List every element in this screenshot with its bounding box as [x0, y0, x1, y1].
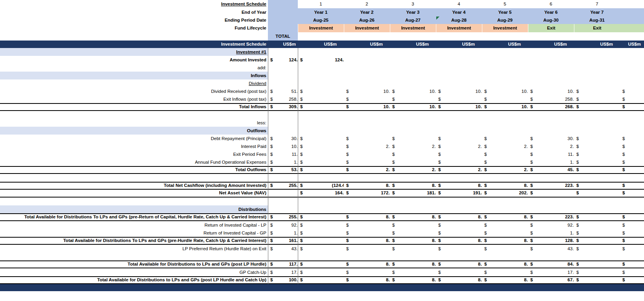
value-cell[interactable]: [528, 119, 574, 127]
value-cell[interactable]: [436, 198, 482, 205]
years-cell[interactable]: Year 1: [298, 8, 344, 16]
row-label-cell[interactable]: less:: [0, 119, 268, 127]
total-value-cell[interactable]: [268, 174, 298, 182]
value-cell[interactable]: [482, 127, 528, 135]
total-value-cell[interactable]: $17.0: [268, 268, 298, 276]
sheet-title[interactable]: Investment Schedule: [0, 0, 268, 8]
value-overflow-cell[interactable]: $-: [620, 167, 644, 173]
value-cell[interactable]: $-: [436, 150, 482, 158]
dates-cell[interactable]: Aug-30: [528, 16, 574, 24]
value-cell[interactable]: $8.2: [482, 238, 528, 244]
value-cell[interactable]: [574, 127, 620, 135]
value-cell[interactable]: [436, 253, 482, 260]
value-cell[interactable]: $10.3: [436, 104, 482, 110]
value-cell[interactable]: [528, 64, 574, 72]
unit-header-cell[interactable]: US$m: [390, 41, 436, 48]
value-cell[interactable]: $8.2: [482, 183, 528, 189]
years-cell[interactable]: Year 2: [344, 8, 390, 16]
total-value-cell[interactable]: $51.6: [268, 87, 298, 95]
total-value-cell[interactable]: [268, 111, 298, 119]
value-cell[interactable]: $268.4: [528, 104, 574, 110]
value-cell[interactable]: $-: [574, 277, 620, 283]
row-label-cell[interactable]: Total Available for Distributions To LPs…: [0, 238, 268, 244]
row-label-cell[interactable]: [0, 174, 268, 182]
row-label-cell[interactable]: Return of Invested Capital - GP: [0, 229, 268, 237]
total-value-cell[interactable]: $117.7: [268, 261, 298, 268]
total-value-cell[interactable]: $161.2: [268, 238, 298, 244]
value-cell[interactable]: [390, 119, 436, 127]
value-cell[interactable]: [528, 198, 574, 205]
end-of-year-label[interactable]: End of Year: [0, 8, 268, 16]
value-cell[interactable]: $-: [574, 150, 620, 158]
dates-cell[interactable]: Aug-28: [436, 16, 482, 24]
lifecycle-cell[interactable]: Investment: [436, 24, 482, 32]
value-cell[interactable]: $8.2: [344, 214, 390, 220]
value-overflow-cell[interactable]: $-: [620, 95, 644, 103]
value-cell[interactable]: [482, 198, 528, 205]
value-cell[interactable]: $2.1: [390, 167, 436, 173]
value-cell[interactable]: [574, 72, 620, 79]
row-label-cell[interactable]: Exit Period Fees: [0, 150, 268, 158]
value-cell[interactable]: $10.3: [482, 104, 528, 110]
value-cell[interactable]: [436, 205, 482, 213]
row-label-cell[interactable]: Amount Invested: [0, 56, 268, 64]
value-cell[interactable]: $-: [298, 95, 344, 103]
value-cell[interactable]: [482, 72, 528, 79]
value-cell[interactable]: [390, 205, 436, 213]
value-cell[interactable]: [528, 253, 574, 260]
value-cell[interactable]: $2.1: [344, 142, 390, 150]
value-cell[interactable]: [344, 111, 390, 119]
value-cell[interactable]: [574, 64, 620, 72]
total-value-cell[interactable]: [268, 48, 298, 56]
value-cell[interactable]: [344, 174, 390, 182]
value-cell[interactable]: [482, 174, 528, 182]
unit-header-cell[interactable]: US$m: [344, 41, 390, 48]
value-cell[interactable]: $-: [482, 221, 528, 229]
value-cell[interactable]: [482, 111, 528, 119]
unit-header-cell[interactable]: US$m: [574, 41, 620, 48]
row-label-cell[interactable]: Total Outflows: [0, 167, 268, 173]
value-cell[interactable]: [298, 79, 344, 87]
value-cell[interactable]: $1.8: [528, 229, 574, 237]
value-cell[interactable]: $8.2: [390, 214, 436, 220]
value-overflow-cell[interactable]: [620, 253, 644, 260]
value-cell[interactable]: [298, 64, 344, 72]
total-value-cell[interactable]: $255.9: [268, 214, 298, 220]
value-cell[interactable]: [390, 48, 436, 56]
row-label-cell[interactable]: Investment #1: [0, 48, 268, 56]
row-label-cell[interactable]: Dividend: [0, 79, 268, 87]
value-cell[interactable]: $-: [298, 229, 344, 237]
value-cell[interactable]: [390, 64, 436, 72]
value-overflow-cell[interactable]: $-: [620, 135, 644, 142]
value-cell[interactable]: [482, 79, 528, 87]
dates-cell[interactable]: Aug-31: [574, 16, 620, 24]
row-label-cell[interactable]: Total Available for Distributions to LPs…: [0, 261, 268, 268]
value-cell[interactable]: [390, 72, 436, 79]
row-label-cell[interactable]: Total Available for Distributions to LPs…: [0, 277, 268, 283]
value-cell[interactable]: [298, 205, 344, 213]
row-label-cell[interactable]: Net Asset Value (NAV): [0, 190, 268, 197]
value-cell[interactable]: $10.3: [482, 87, 528, 95]
value-cell[interactable]: [574, 48, 620, 56]
value-cell[interactable]: [482, 48, 528, 56]
lifecycle-cell[interactable]: Investment: [390, 24, 436, 32]
value-cell[interactable]: $2.1: [436, 167, 482, 173]
value-cell[interactable]: $-: [390, 221, 436, 229]
total-value-cell[interactable]: [268, 198, 298, 205]
period-numbers-cell[interactable]: 6: [528, 0, 574, 8]
value-overflow-cell[interactable]: $-: [620, 190, 644, 197]
value-cell[interactable]: $-: [436, 221, 482, 229]
period-numbers-cell[interactable]: 5: [482, 0, 528, 8]
value-cell[interactable]: $-: [574, 268, 620, 276]
period-number-overflow-cell[interactable]: [620, 0, 644, 8]
value-overflow-cell[interactable]: $-: [620, 104, 644, 110]
value-cell[interactable]: $-: [482, 150, 528, 158]
row-label-cell[interactable]: Exit Inflows (post tax): [0, 95, 268, 103]
value-cell[interactable]: $-: [436, 95, 482, 103]
value-cell[interactable]: [436, 56, 482, 64]
value-cell[interactable]: [436, 119, 482, 127]
total-value-cell[interactable]: [268, 205, 298, 213]
period-numbers-cell[interactable]: 4: [436, 0, 482, 8]
value-overflow-cell[interactable]: $-: [620, 221, 644, 229]
value-cell[interactable]: [436, 48, 482, 56]
